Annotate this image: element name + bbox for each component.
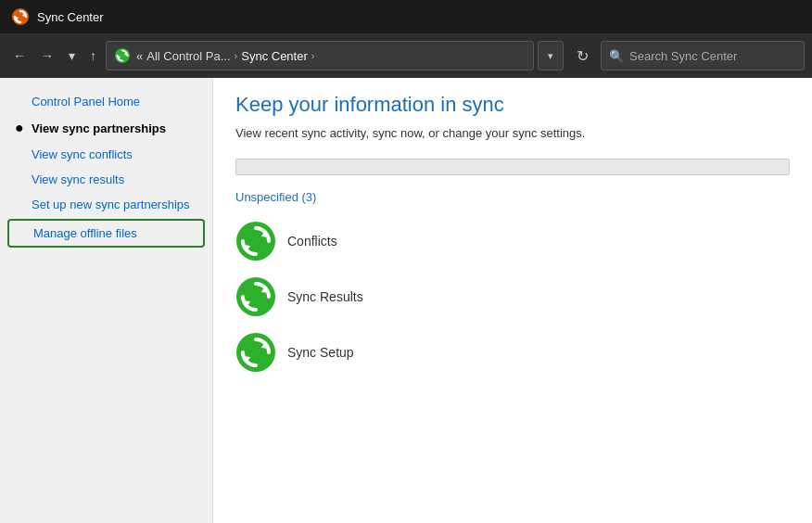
sync-icon-conflicts	[235, 221, 276, 262]
dropdown-recent-button[interactable]: ▾	[63, 45, 81, 67]
address-sync-icon	[114, 47, 131, 64]
sidebar-item-view-partnerships[interactable]: ● View sync partnerships	[0, 114, 212, 142]
sidebar: Control Panel Home ● View sync partnersh…	[0, 78, 213, 523]
address-field[interactable]: « All Control Pa... › Sync Center ›	[106, 41, 534, 70]
sync-items-list: Conflicts Sync Results	[235, 215, 790, 378]
active-bullet: ●	[15, 120, 26, 136]
breadcrumb-part2: Sync Center	[241, 49, 308, 63]
breadcrumb-part1: All Control Pa...	[146, 49, 230, 63]
sync-icon-results	[235, 276, 276, 317]
sidebar-item-view-results[interactable]: View sync results	[0, 167, 212, 192]
content-description: View recent sync activity, sync now, or …	[235, 126, 790, 140]
title-bar-text: Sync Center	[37, 10, 104, 24]
title-bar: Sync Center	[0, 0, 812, 33]
sync-item-conflicts[interactable]: Conflicts	[235, 215, 790, 267]
sync-item-conflicts-label: Conflicts	[287, 234, 337, 249]
back-button[interactable]: ←	[7, 45, 32, 67]
sidebar-item-home[interactable]: Control Panel Home	[0, 89, 212, 114]
sync-item-setup-label: Sync Setup	[287, 345, 354, 360]
search-box[interactable]: 🔍 Search Sync Center	[601, 41, 805, 70]
content-area: Keep your information in sync View recen…	[213, 78, 812, 523]
address-bar: ← → ▾ ↑ « All Control Pa... › Sync Cente…	[0, 33, 812, 78]
forward-button[interactable]: →	[35, 45, 59, 67]
breadcrumb: « All Control Pa... › Sync Center ›	[136, 49, 314, 63]
sidebar-item-manage-offline-files[interactable]: Manage offline files	[7, 219, 205, 248]
search-placeholder: Search Sync Center	[629, 49, 737, 63]
sync-icon-setup	[235, 332, 276, 373]
sidebar-item-setup-partnerships[interactable]: Set up new sync partnerships	[0, 192, 212, 217]
sync-item-results-label: Sync Results	[287, 289, 363, 304]
main-container: Control Panel Home ● View sync partnersh…	[0, 78, 812, 523]
sync-item-results[interactable]: Sync Results	[235, 271, 790, 323]
refresh-button[interactable]: ↻	[567, 41, 597, 70]
search-icon: 🔍	[609, 49, 624, 63]
content-title: Keep your information in sync	[235, 93, 790, 117]
progress-bar	[235, 159, 790, 175]
up-button[interactable]: ↑	[84, 45, 102, 67]
address-dropdown-button[interactable]: ▾	[538, 41, 564, 70]
app-icon	[11, 7, 30, 26]
sidebar-item-view-conflicts[interactable]: View sync conflicts	[0, 142, 212, 167]
sync-item-setup[interactable]: Sync Setup	[235, 326, 790, 378]
breadcrumb-prefix: «	[136, 49, 143, 63]
breadcrumb-arrow2: ›	[311, 50, 315, 61]
section-title: Unspecified (3)	[235, 190, 790, 204]
breadcrumb-arrow1: ›	[235, 50, 238, 61]
